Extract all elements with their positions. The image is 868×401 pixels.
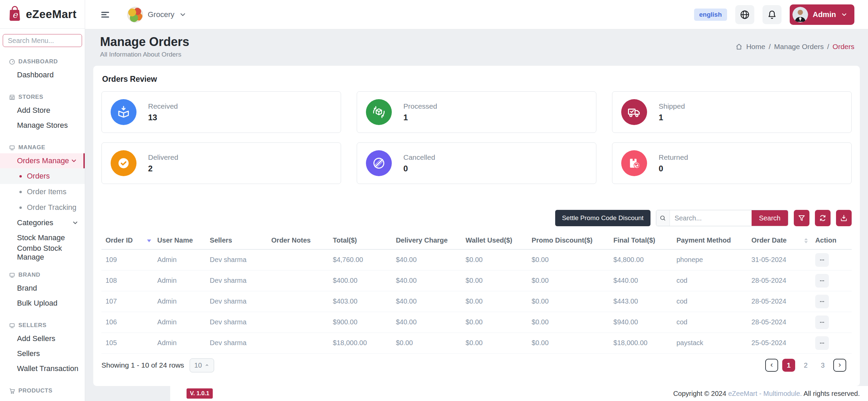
processed-icon (366, 99, 392, 125)
page-button-1[interactable]: 1 (782, 359, 795, 372)
sidebar-item-order-items[interactable]: Order Items (0, 184, 85, 200)
sidebar-item-orders-manage[interactable]: Orders Manage (0, 153, 85, 168)
sidebar-item-add-sellers[interactable]: Add Sellers (0, 331, 85, 346)
row-actions-button[interactable] (815, 274, 829, 288)
store-switcher[interactable]: Grocery (127, 7, 187, 22)
table-row: 107Admin Dev sharma $403.00$40.00 $0.00$… (101, 291, 852, 312)
breadcrumb-separator: / (827, 43, 829, 51)
column-header-promo-discount: Promo Discount($) (528, 232, 609, 249)
stat-label: Delivered (148, 153, 178, 161)
bullet-icon (19, 191, 22, 193)
stat-label: Cancelled (403, 153, 435, 161)
pagination: ‹ 1 2 3 › (765, 359, 846, 372)
page-button-3[interactable]: 3 (816, 359, 829, 372)
orders-panel: Orders Review Received 13 Processed 1 (93, 66, 860, 386)
notifications-button[interactable] (762, 5, 782, 24)
column-header-order-date[interactable]: Order Date (748, 232, 811, 249)
sidebar-item-order-tracking[interactable]: Order Tracking (0, 200, 85, 215)
language-globe-button[interactable] (735, 5, 754, 24)
page-header: Manage Orders All Information About Orde… (85, 29, 868, 65)
breadcrumb: Home / Manage Orders / Orders (735, 43, 854, 51)
stat-label: Returned (659, 153, 688, 161)
sidebar-item-manage-stores[interactable]: Manage Stores (0, 118, 85, 133)
sidebar-item-dashboard[interactable]: Dashboard (0, 67, 85, 82)
speedometer-icon (9, 59, 15, 65)
window-icon (9, 322, 15, 329)
search-icon (656, 210, 670, 226)
column-header-order-id[interactable]: Order ID (101, 232, 153, 249)
sidebar-item-categories[interactable]: Categories (0, 215, 85, 230)
bullet-icon (19, 175, 22, 178)
search-button[interactable]: Search (752, 210, 788, 226)
row-actions-button[interactable] (815, 336, 829, 350)
export-download-button[interactable] (836, 210, 852, 226)
sidebar-item-combo-stock-manage[interactable]: Combo Stock Manage (0, 245, 85, 260)
row-actions-button[interactable] (815, 295, 829, 308)
table-row: 106Admin Dev sharma $900.00$40.00 $0.00$… (101, 312, 852, 333)
copyright-link[interactable]: eZeeMart - Multimodule. (728, 390, 802, 397)
sidebar: e eZeeMart DASHBOARD Dashboard STORES Ad… (0, 0, 85, 401)
chevron-down-icon (72, 219, 79, 226)
window-icon (9, 144, 15, 151)
sidebar-section-products: PRODUCTS (0, 385, 85, 397)
stat-value: 1 (659, 113, 685, 122)
order-stats-grid: Received 13 Processed 1 Shipped 1 (101, 91, 852, 184)
breadcrumb-current: Orders (833, 43, 854, 51)
table-search-input[interactable] (670, 210, 752, 226)
settle-promo-code-button[interactable]: Settle Promo Code Discount (555, 210, 650, 226)
page-button-2[interactable]: 2 (799, 359, 812, 372)
store-avatar (127, 7, 143, 22)
next-page-button[interactable]: › (833, 359, 846, 372)
cancelled-stamp-icon (366, 150, 392, 176)
refresh-icon (819, 214, 827, 222)
row-actions-button[interactable] (815, 253, 829, 267)
column-header-final-total: Final Total($) (609, 232, 672, 249)
orders-table: Order ID User Name Sellers Order Notes T… (101, 232, 852, 354)
stat-label: Processed (403, 102, 437, 110)
store-name: Grocery (148, 10, 174, 19)
admin-name: Admin (813, 10, 836, 19)
home-icon (735, 43, 743, 50)
stat-card-received: Received 13 (101, 91, 341, 133)
table-row: 109Admin Dev sharma $4,760.00$40.00 $0.0… (101, 249, 852, 270)
page-size-dropdown[interactable]: 10 (190, 358, 214, 372)
bullet-icon (19, 206, 22, 209)
refresh-button[interactable] (815, 210, 831, 226)
stat-value: 0 (659, 164, 688, 173)
column-header-order-notes: Order Notes (267, 232, 329, 249)
app-logo[interactable]: e eZeeMart (0, 0, 85, 29)
previous-page-button[interactable]: ‹ (765, 359, 778, 372)
breadcrumb-home[interactable]: Home (746, 43, 765, 51)
column-header-payment-method: Payment Method (672, 232, 747, 249)
column-header-user-name: User Name (153, 232, 206, 249)
sidebar-item-wallet-transaction[interactable]: Wallet Transaction (0, 361, 85, 376)
stat-value: 0 (403, 164, 435, 173)
column-header-delivery-charge: Delivery Charge (392, 232, 462, 249)
filter-button[interactable] (794, 210, 809, 226)
sidebar-item-bulk-upload[interactable]: Bulk Upload (0, 296, 85, 311)
breadcrumb-parent[interactable]: Manage Orders (774, 43, 824, 51)
page-title: Manage Orders (100, 35, 189, 49)
sidebar-item-sellers[interactable]: Sellers (0, 346, 85, 361)
shopping-bag-logo-icon: e (8, 6, 22, 23)
sidebar-section-manage: MANAGE (0, 142, 85, 153)
sidebar-search-input[interactable] (3, 34, 82, 47)
language-badge[interactable]: english (694, 9, 727, 21)
column-header-action: Action (811, 232, 852, 249)
hamburger-menu-icon[interactable] (100, 10, 110, 20)
column-header-total: Total($) (329, 232, 392, 249)
sidebar-item-brand[interactable]: Brand (0, 281, 85, 296)
table-row: 105Admin Dev sharma $18,000.00$0.00 $0.0… (101, 333, 852, 353)
column-header-wallet-used: Wallet Used($) (462, 232, 528, 249)
stat-label: Shipped (659, 102, 685, 110)
footer: V. 1.0.1 Copyright © 2024 eZeeMart - Mul… (170, 386, 868, 401)
sort-both-icon (804, 238, 808, 243)
sidebar-item-stock-manage[interactable]: Stock Manage (0, 230, 85, 245)
received-icon (111, 99, 136, 125)
shipped-truck-icon (621, 99, 647, 125)
sidebar-item-add-store[interactable]: Add Store (0, 103, 85, 118)
admin-menu-button[interactable]: Admin (790, 4, 854, 25)
row-actions-button[interactable] (815, 315, 829, 329)
sidebar-item-orders[interactable]: Orders (0, 168, 85, 184)
delivered-badge-icon (111, 150, 136, 176)
